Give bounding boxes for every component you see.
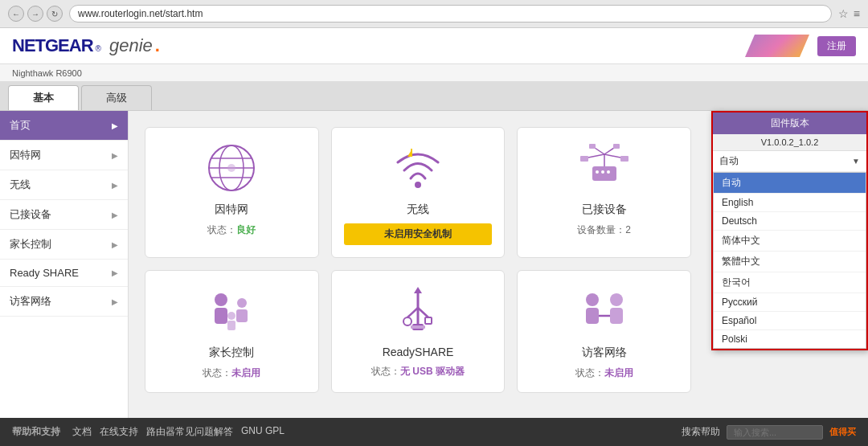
footer-search-input[interactable] [727,425,823,440]
svg-point-21 [607,170,610,174]
svg-point-19 [596,170,599,174]
svg-point-38 [610,293,623,306]
svg-point-22 [215,293,227,306]
lang-option-pl[interactable]: Polski [714,330,866,349]
tab-basic[interactable]: 基本 [8,85,79,111]
register-button[interactable]: 注册 [817,36,856,56]
sidebar-item-parental[interactable]: 家长控制 ▶ [0,230,128,260]
card-readyshare[interactable]: ReadySHARE 状态：无 USB 驱动器 [331,270,506,393]
language-dropdown-overlay: 固件版本 V1.0.0.2_1.0.2 自动 ▼ 自动EnglishDeutsc… [711,111,868,350]
lang-option-de[interactable]: Deutsch [714,212,866,231]
forward-button[interactable]: → [27,6,43,22]
arrow-icon: ▶ [112,211,118,219]
svg-rect-16 [613,144,620,149]
svg-rect-39 [610,308,623,324]
svg-rect-23 [215,308,227,324]
firmware-header: 固件版本 [713,113,866,134]
footer-links: 文档在线支持路由器常见问题解答GNU GPL [72,425,285,439]
address-text: www.routerlogin.net/start.htm [78,8,203,19]
svg-point-26 [227,312,235,320]
sidebar-item-devices[interactable]: 已接设备 ▶ [0,200,128,230]
content-area: 因特网 状态：良好 ! [129,111,868,418]
svg-marker-35 [414,287,422,293]
header-right: 注册 [745,35,856,57]
address-bar[interactable]: www.routerlogin.net/start.htm [69,5,832,23]
footer-help-label: 帮助和支持 [12,425,60,439]
language-current: 自动 [719,154,849,168]
model-bar: Nighthawk R6900 [0,64,868,82]
svg-rect-27 [227,321,235,330]
svg-point-36 [586,293,599,306]
card-guest-status: 状态：未启用 [575,366,633,380]
firmware-version: V1.0.0.2_1.0.2 [713,134,866,151]
svg-point-20 [601,170,604,174]
logo-netgear-text: NETGEAR [12,35,93,56]
card-internet-status: 状态：良好 [207,223,256,237]
lang-option-zh_cn[interactable]: 简体中文 [714,231,866,252]
wireless-warn-banner: 未启用安全机制 [344,223,493,245]
devices-icon [572,140,637,196]
svg-point-24 [237,298,247,308]
card-wireless[interactable]: ! 无线 未启用安全机制 [331,127,506,258]
svg-rect-15 [589,144,596,149]
sidebar: 首页 ▶ 因特网 ▶ 无线 ▶ 已接设备 ▶ 家长控制 ▶ Ready SHAR… [0,111,129,418]
footer-link[interactable]: GNU GPL [241,425,285,439]
sidebar-item-readyshare[interactable]: Ready SHARE ▶ [0,260,128,287]
app-container: NETGEAR® genie. 注册 Nighthawk R6900 基本 高级… [0,28,868,446]
svg-text:!: ! [410,147,413,158]
tab-bar: 基本 高级 [0,82,868,110]
browser-icons: ☆ ≡ [838,7,860,20]
main-content: 首页 ▶ 因特网 ▶ 无线 ▶ 已接设备 ▶ 家长控制 ▶ Ready SHAR… [0,110,868,418]
language-list[interactable]: 自动EnglishDeutsch简体中文繁體中文한국어РусскийEspaño… [713,172,866,349]
footer-search: 搜索帮助 值得买 [682,425,856,440]
sidebar-item-wireless[interactable]: 无线 ▶ [0,170,128,200]
svg-rect-37 [586,308,599,324]
menu-icon[interactable]: ≡ [854,7,860,20]
card-readyshare-title: ReadySHARE [383,346,454,358]
sidebar-item-guest[interactable]: 访客网络 ▶ [0,287,128,317]
footer-link[interactable]: 文档 [72,425,92,439]
readyshare-icon [386,283,450,339]
arrow-icon: ▶ [112,121,118,130]
card-readyshare-status: 状态：无 USB 驱动器 [371,365,465,378]
arrow-icon: ▶ [112,240,118,249]
card-guest[interactable]: 访客网络 状态：未启用 [517,270,691,393]
sidebar-item-home[interactable]: 首页 ▶ [0,111,128,141]
svg-line-30 [418,308,428,317]
tab-advanced[interactable]: 高级 [81,85,152,110]
lang-option-ko[interactable]: 한국어 [714,272,866,293]
card-wireless-title: 无线 [407,203,429,217]
card-devices-title: 已接设备 [582,203,627,217]
browser-nav-buttons: ← → ↻ [8,6,63,22]
back-button[interactable]: ← [8,6,24,22]
footer-link[interactable]: 路由器常见问题解答 [146,425,233,439]
dropdown-arrow-icon: ▼ [852,157,860,166]
sidebar-item-internet[interactable]: 因特网 ▶ [0,141,128,170]
logo-reg-text: ® [96,44,101,53]
svg-rect-17 [580,156,588,162]
netgear-logo: NETGEAR® genie. [12,35,160,56]
arrow-icon: ▶ [112,181,118,190]
lang-option-auto[interactable]: 自动 [714,173,866,194]
lang-option-es[interactable]: Español [714,312,866,330]
app-header: NETGEAR® genie. 注册 [0,28,868,64]
card-parental[interactable]: 家长控制 状态：未启用 [145,270,319,393]
svg-point-31 [403,317,411,325]
card-devices[interactable]: 已接设备 设备数量：2 [517,127,691,258]
arrow-icon: ▶ [112,151,118,160]
lang-option-en[interactable]: English [714,194,866,212]
card-parental-status: 状态：未启用 [203,366,260,380]
language-select-row[interactable]: 自动 ▼ [713,151,866,172]
app-footer: 帮助和支持 文档在线支持路由器常见问题解答GNU GPL 搜索帮助 值得买 [0,418,868,446]
lang-option-ru[interactable]: Русский [714,293,866,312]
arrow-icon: ▶ [112,268,118,277]
lang-option-zh_tw[interactable]: 繁體中文 [714,252,866,272]
footer-link[interactable]: 在线支持 [100,425,138,439]
star-icon[interactable]: ☆ [838,7,849,20]
footer-search-label: 搜索帮助 [682,425,720,439]
svg-rect-18 [620,156,628,162]
svg-line-29 [407,308,418,317]
cards-grid: 因特网 状态：良好 ! [145,127,691,393]
card-internet[interactable]: 因特网 状态：良好 [145,127,319,258]
refresh-button[interactable]: ↻ [47,6,63,22]
